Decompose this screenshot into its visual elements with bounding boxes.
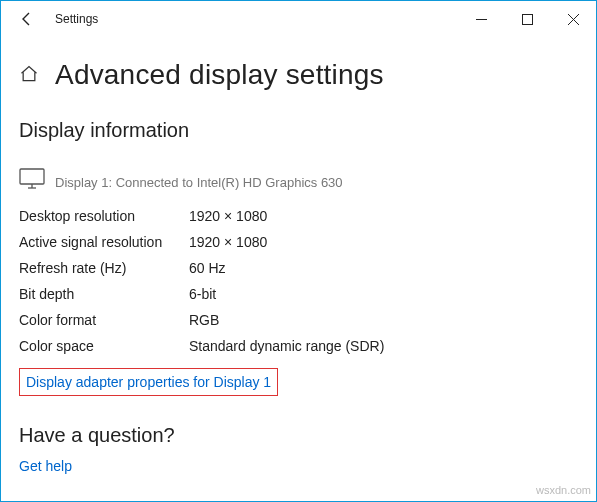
get-help-link[interactable]: Get help (19, 458, 72, 474)
question-title: Have a question? (19, 424, 578, 447)
back-button[interactable] (11, 3, 43, 35)
monitor-icon (19, 168, 45, 194)
info-row: Refresh rate (Hz) 60 Hz (19, 258, 578, 278)
info-row: Desktop resolution 1920 × 1080 (19, 206, 578, 226)
info-row: Color format RGB (19, 310, 578, 330)
info-label: Color format (19, 310, 189, 330)
adapter-properties-highlight: Display adapter properties for Display 1 (19, 368, 278, 396)
titlebar: Settings (1, 1, 596, 37)
info-value: 6-bit (189, 284, 216, 304)
display-adapter-link[interactable]: Display adapter properties for Display 1 (26, 374, 271, 390)
info-value: 1920 × 1080 (189, 232, 267, 252)
question-section: Have a question? Get help (19, 424, 578, 475)
page-title: Advanced display settings (55, 59, 384, 91)
section-display-info-title: Display information (19, 119, 578, 142)
info-value: RGB (189, 310, 219, 330)
info-value: 1920 × 1080 (189, 206, 267, 226)
display-connection-text: Display 1: Connected to Intel(R) HD Grap… (55, 175, 343, 190)
display-connection-row: Display 1: Connected to Intel(R) HD Grap… (19, 168, 578, 194)
svg-rect-4 (20, 169, 44, 184)
maximize-button[interactable] (504, 1, 550, 37)
info-label: Refresh rate (Hz) (19, 258, 189, 278)
svg-rect-1 (522, 14, 532, 24)
info-label: Color space (19, 336, 189, 356)
page-header: Advanced display settings (19, 59, 578, 91)
info-label: Bit depth (19, 284, 189, 304)
info-row: Active signal resolution 1920 × 1080 (19, 232, 578, 252)
window-controls (458, 1, 596, 37)
content-area: Advanced display settings Display inform… (1, 37, 596, 475)
info-row: Bit depth 6-bit (19, 284, 578, 304)
minimize-button[interactable] (458, 1, 504, 37)
info-label: Desktop resolution (19, 206, 189, 226)
info-label: Active signal resolution (19, 232, 189, 252)
app-title: Settings (55, 12, 98, 26)
info-value: Standard dynamic range (SDR) (189, 336, 384, 356)
info-value: 60 Hz (189, 258, 226, 278)
info-row: Color space Standard dynamic range (SDR) (19, 336, 578, 356)
watermark: wsxdn.com (536, 484, 591, 496)
close-button[interactable] (550, 1, 596, 37)
home-icon[interactable] (19, 64, 41, 86)
